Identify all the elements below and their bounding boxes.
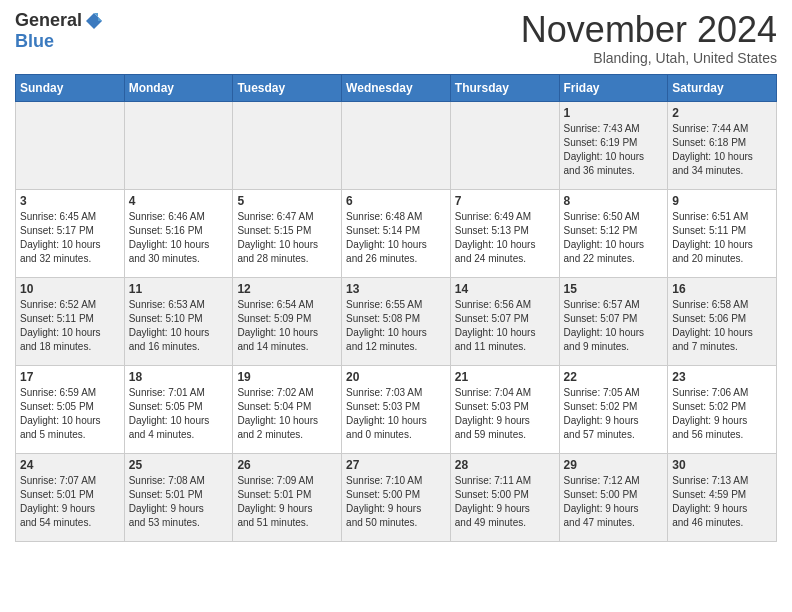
calendar-table: Sunday Monday Tuesday Wednesday Thursday… bbox=[15, 74, 777, 542]
title-area: November 2024 Blanding, Utah, United Sta… bbox=[521, 10, 777, 66]
table-row: 6Sunrise: 6:48 AM Sunset: 5:14 PM Daylig… bbox=[342, 189, 451, 277]
table-row: 18Sunrise: 7:01 AM Sunset: 5:05 PM Dayli… bbox=[124, 365, 233, 453]
table-row: 19Sunrise: 7:02 AM Sunset: 5:04 PM Dayli… bbox=[233, 365, 342, 453]
table-row: 17Sunrise: 6:59 AM Sunset: 5:05 PM Dayli… bbox=[16, 365, 125, 453]
table-row: 26Sunrise: 7:09 AM Sunset: 5:01 PM Dayli… bbox=[233, 453, 342, 541]
calendar-page: General Blue November 2024 Blanding, Uta… bbox=[0, 0, 792, 552]
day-info: Sunrise: 7:03 AM Sunset: 5:03 PM Dayligh… bbox=[346, 386, 446, 442]
table-row: 29Sunrise: 7:12 AM Sunset: 5:00 PM Dayli… bbox=[559, 453, 668, 541]
day-number: 3 bbox=[20, 194, 120, 208]
col-wednesday: Wednesday bbox=[342, 74, 451, 101]
table-row: 8Sunrise: 6:50 AM Sunset: 5:12 PM Daylig… bbox=[559, 189, 668, 277]
location: Blanding, Utah, United States bbox=[521, 50, 777, 66]
table-row: 21Sunrise: 7:04 AM Sunset: 5:03 PM Dayli… bbox=[450, 365, 559, 453]
logo: General Blue bbox=[15, 10, 104, 52]
table-row: 2Sunrise: 7:44 AM Sunset: 6:18 PM Daylig… bbox=[668, 101, 777, 189]
table-row: 16Sunrise: 6:58 AM Sunset: 5:06 PM Dayli… bbox=[668, 277, 777, 365]
day-number: 25 bbox=[129, 458, 229, 472]
month-title: November 2024 bbox=[521, 10, 777, 50]
day-info: Sunrise: 6:58 AM Sunset: 5:06 PM Dayligh… bbox=[672, 298, 772, 354]
weekday-row: Sunday Monday Tuesday Wednesday Thursday… bbox=[16, 74, 777, 101]
day-number: 22 bbox=[564, 370, 664, 384]
logo-blue-text: Blue bbox=[15, 31, 54, 51]
table-row: 7Sunrise: 6:49 AM Sunset: 5:13 PM Daylig… bbox=[450, 189, 559, 277]
table-row: 13Sunrise: 6:55 AM Sunset: 5:08 PM Dayli… bbox=[342, 277, 451, 365]
day-number: 14 bbox=[455, 282, 555, 296]
day-number: 6 bbox=[346, 194, 446, 208]
table-row: 30Sunrise: 7:13 AM Sunset: 4:59 PM Dayli… bbox=[668, 453, 777, 541]
col-saturday: Saturday bbox=[668, 74, 777, 101]
logo-general-text: General bbox=[15, 10, 82, 31]
day-info: Sunrise: 7:02 AM Sunset: 5:04 PM Dayligh… bbox=[237, 386, 337, 442]
day-number: 1 bbox=[564, 106, 664, 120]
week-row: 1Sunrise: 7:43 AM Sunset: 6:19 PM Daylig… bbox=[16, 101, 777, 189]
day-number: 15 bbox=[564, 282, 664, 296]
day-info: Sunrise: 6:47 AM Sunset: 5:15 PM Dayligh… bbox=[237, 210, 337, 266]
week-row: 17Sunrise: 6:59 AM Sunset: 5:05 PM Dayli… bbox=[16, 365, 777, 453]
calendar-header: Sunday Monday Tuesday Wednesday Thursday… bbox=[16, 74, 777, 101]
day-number: 8 bbox=[564, 194, 664, 208]
day-info: Sunrise: 7:08 AM Sunset: 5:01 PM Dayligh… bbox=[129, 474, 229, 530]
day-info: Sunrise: 6:52 AM Sunset: 5:11 PM Dayligh… bbox=[20, 298, 120, 354]
day-info: Sunrise: 6:56 AM Sunset: 5:07 PM Dayligh… bbox=[455, 298, 555, 354]
col-tuesday: Tuesday bbox=[233, 74, 342, 101]
col-thursday: Thursday bbox=[450, 74, 559, 101]
col-sunday: Sunday bbox=[16, 74, 125, 101]
day-number: 24 bbox=[20, 458, 120, 472]
day-number: 17 bbox=[20, 370, 120, 384]
day-info: Sunrise: 6:57 AM Sunset: 5:07 PM Dayligh… bbox=[564, 298, 664, 354]
table-row: 23Sunrise: 7:06 AM Sunset: 5:02 PM Dayli… bbox=[668, 365, 777, 453]
table-row: 14Sunrise: 6:56 AM Sunset: 5:07 PM Dayli… bbox=[450, 277, 559, 365]
day-info: Sunrise: 7:01 AM Sunset: 5:05 PM Dayligh… bbox=[129, 386, 229, 442]
table-row: 25Sunrise: 7:08 AM Sunset: 5:01 PM Dayli… bbox=[124, 453, 233, 541]
table-row: 20Sunrise: 7:03 AM Sunset: 5:03 PM Dayli… bbox=[342, 365, 451, 453]
table-row: 24Sunrise: 7:07 AM Sunset: 5:01 PM Dayli… bbox=[16, 453, 125, 541]
day-info: Sunrise: 7:07 AM Sunset: 5:01 PM Dayligh… bbox=[20, 474, 120, 530]
week-row: 24Sunrise: 7:07 AM Sunset: 5:01 PM Dayli… bbox=[16, 453, 777, 541]
day-info: Sunrise: 6:53 AM Sunset: 5:10 PM Dayligh… bbox=[129, 298, 229, 354]
col-monday: Monday bbox=[124, 74, 233, 101]
day-number: 20 bbox=[346, 370, 446, 384]
day-number: 21 bbox=[455, 370, 555, 384]
day-number: 19 bbox=[237, 370, 337, 384]
table-row: 10Sunrise: 6:52 AM Sunset: 5:11 PM Dayli… bbox=[16, 277, 125, 365]
day-number: 11 bbox=[129, 282, 229, 296]
day-number: 9 bbox=[672, 194, 772, 208]
day-info: Sunrise: 6:48 AM Sunset: 5:14 PM Dayligh… bbox=[346, 210, 446, 266]
day-info: Sunrise: 6:59 AM Sunset: 5:05 PM Dayligh… bbox=[20, 386, 120, 442]
table-row: 22Sunrise: 7:05 AM Sunset: 5:02 PM Dayli… bbox=[559, 365, 668, 453]
logo-icon bbox=[84, 11, 104, 31]
day-number: 12 bbox=[237, 282, 337, 296]
day-info: Sunrise: 7:11 AM Sunset: 5:00 PM Dayligh… bbox=[455, 474, 555, 530]
table-row: 9Sunrise: 6:51 AM Sunset: 5:11 PM Daylig… bbox=[668, 189, 777, 277]
day-info: Sunrise: 7:43 AM Sunset: 6:19 PM Dayligh… bbox=[564, 122, 664, 178]
day-number: 26 bbox=[237, 458, 337, 472]
day-number: 5 bbox=[237, 194, 337, 208]
header: General Blue November 2024 Blanding, Uta… bbox=[15, 10, 777, 66]
day-info: Sunrise: 6:50 AM Sunset: 5:12 PM Dayligh… bbox=[564, 210, 664, 266]
table-row: 11Sunrise: 6:53 AM Sunset: 5:10 PM Dayli… bbox=[124, 277, 233, 365]
day-number: 13 bbox=[346, 282, 446, 296]
day-number: 4 bbox=[129, 194, 229, 208]
day-info: Sunrise: 6:49 AM Sunset: 5:13 PM Dayligh… bbox=[455, 210, 555, 266]
day-info: Sunrise: 7:04 AM Sunset: 5:03 PM Dayligh… bbox=[455, 386, 555, 442]
day-number: 27 bbox=[346, 458, 446, 472]
day-info: Sunrise: 7:06 AM Sunset: 5:02 PM Dayligh… bbox=[672, 386, 772, 442]
day-info: Sunrise: 7:44 AM Sunset: 6:18 PM Dayligh… bbox=[672, 122, 772, 178]
table-row: 15Sunrise: 6:57 AM Sunset: 5:07 PM Dayli… bbox=[559, 277, 668, 365]
day-info: Sunrise: 7:13 AM Sunset: 4:59 PM Dayligh… bbox=[672, 474, 772, 530]
day-info: Sunrise: 7:05 AM Sunset: 5:02 PM Dayligh… bbox=[564, 386, 664, 442]
col-friday: Friday bbox=[559, 74, 668, 101]
table-row: 5Sunrise: 6:47 AM Sunset: 5:15 PM Daylig… bbox=[233, 189, 342, 277]
day-info: Sunrise: 6:46 AM Sunset: 5:16 PM Dayligh… bbox=[129, 210, 229, 266]
table-row: 1Sunrise: 7:43 AM Sunset: 6:19 PM Daylig… bbox=[559, 101, 668, 189]
day-number: 29 bbox=[564, 458, 664, 472]
day-number: 2 bbox=[672, 106, 772, 120]
day-info: Sunrise: 6:55 AM Sunset: 5:08 PM Dayligh… bbox=[346, 298, 446, 354]
table-row bbox=[16, 101, 125, 189]
day-number: 7 bbox=[455, 194, 555, 208]
calendar-body: 1Sunrise: 7:43 AM Sunset: 6:19 PM Daylig… bbox=[16, 101, 777, 541]
week-row: 3Sunrise: 6:45 AM Sunset: 5:17 PM Daylig… bbox=[16, 189, 777, 277]
table-row: 28Sunrise: 7:11 AM Sunset: 5:00 PM Dayli… bbox=[450, 453, 559, 541]
day-info: Sunrise: 7:12 AM Sunset: 5:00 PM Dayligh… bbox=[564, 474, 664, 530]
